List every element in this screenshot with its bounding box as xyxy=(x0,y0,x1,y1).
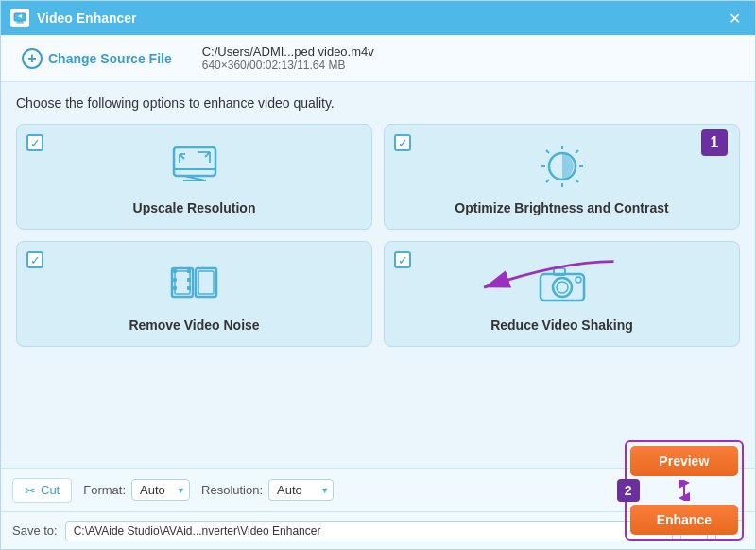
instruction-text: Choose the following options to enhance … xyxy=(16,95,740,111)
format-group: Format: Auto MP4 AVI MOV xyxy=(83,479,190,501)
app-icon xyxy=(10,9,29,27)
svg-rect-26 xyxy=(198,271,214,294)
svg-point-34 xyxy=(553,278,572,297)
sun-icon xyxy=(536,140,589,193)
cut-label: Cut xyxy=(41,483,60,497)
svg-rect-32 xyxy=(187,286,191,290)
card-shaking: ✓ Reduc xyxy=(384,241,740,347)
card-upscale-label: Upscale Resolution xyxy=(133,200,256,215)
change-source-button[interactable]: + Change Source File xyxy=(14,44,180,73)
file-meta: 640×360/00:02:13/11.64 MB xyxy=(202,59,374,72)
resolution-select-wrapper: Auto 1080p 720p 480p xyxy=(268,479,334,501)
scissors-icon: ✂ xyxy=(25,483,36,498)
card-noise-label: Remove Video Noise xyxy=(129,318,259,333)
resolution-label: Resolution: xyxy=(201,483,263,497)
checkbox-brightness[interactable]: ✓ xyxy=(394,134,411,151)
cards-container: ✓ xyxy=(16,124,740,458)
format-select[interactable]: Auto MP4 AVI MOV xyxy=(131,479,190,501)
enhance-button[interactable]: Enhance xyxy=(630,505,738,535)
svg-line-22 xyxy=(546,180,549,182)
svg-line-19 xyxy=(546,150,549,153)
card-shaking-label: Reduce Video Shaking xyxy=(490,318,633,333)
monitor-icon xyxy=(168,140,221,193)
file-path: C:/Users/ADMI...ped video.m4v xyxy=(202,44,374,59)
format-label: Format: xyxy=(83,483,126,497)
cut-button[interactable]: ✂ Cut xyxy=(12,478,72,503)
card-brightness: ✓ 1 xyxy=(384,124,740,230)
checkbox-noise[interactable]: ✓ xyxy=(26,251,43,268)
svg-line-21 xyxy=(576,150,578,153)
svg-rect-27 xyxy=(173,269,177,273)
camera-icon xyxy=(536,257,589,310)
annotation-1-badge: 1 xyxy=(701,129,728,156)
card-noise: ✓ xyxy=(16,241,372,347)
titlebar: Video Enhancer ✕ xyxy=(1,1,755,35)
svg-rect-29 xyxy=(173,286,177,290)
app-title: Video Enhancer xyxy=(37,10,715,26)
svg-line-20 xyxy=(576,180,578,182)
svg-rect-24 xyxy=(175,271,190,294)
preview-enhance-wrapper: Preview 2 xyxy=(625,440,744,541)
resolution-select[interactable]: Auto 1080p 720p 480p xyxy=(268,479,334,501)
svg-rect-31 xyxy=(187,278,191,282)
plus-circle-icon: + xyxy=(22,48,43,69)
svg-rect-30 xyxy=(187,269,191,273)
file-info: C:/Users/ADMI...ped video.m4v 640×360/00… xyxy=(202,44,374,72)
close-button[interactable]: ✕ xyxy=(723,7,746,29)
svg-point-35 xyxy=(557,282,568,293)
main-window: Video Enhancer ✕ + Change Source File C:… xyxy=(0,0,756,550)
double-arrow-icon xyxy=(673,480,696,501)
svg-rect-2 xyxy=(16,23,24,24)
svg-point-37 xyxy=(576,277,581,283)
format-select-wrapper: Auto MP4 AVI MOV xyxy=(131,479,190,501)
action-buttons-group: Preview 2 xyxy=(625,440,744,541)
svg-rect-28 xyxy=(173,278,177,282)
checkbox-upscale[interactable]: ✓ xyxy=(26,134,43,151)
resolution-group: Resolution: Auto 1080p 720p 480p xyxy=(201,479,334,501)
toolbar: + Change Source File C:/Users/ADMI...ped… xyxy=(1,35,755,82)
bottombar: ✂ Cut Format: Auto MP4 AVI MOV Resolutio… xyxy=(1,468,755,511)
svg-rect-1 xyxy=(17,21,23,23)
change-source-label: Change Source File xyxy=(48,51,172,66)
main-content: Choose the following options to enhance … xyxy=(1,82,755,468)
card-upscale: ✓ xyxy=(16,124,372,230)
checkbox-shaking[interactable]: ✓ xyxy=(394,251,411,268)
annotation-2-badge: 2 xyxy=(617,479,640,502)
card-brightness-label: Optimize Brightness and Contrast xyxy=(455,200,668,215)
cards-grid: ✓ xyxy=(16,124,740,347)
save-label: Save to: xyxy=(12,524,58,538)
save-path-input[interactable] xyxy=(65,521,673,541)
preview-button[interactable]: Preview xyxy=(630,446,738,476)
film-icon xyxy=(168,257,221,310)
